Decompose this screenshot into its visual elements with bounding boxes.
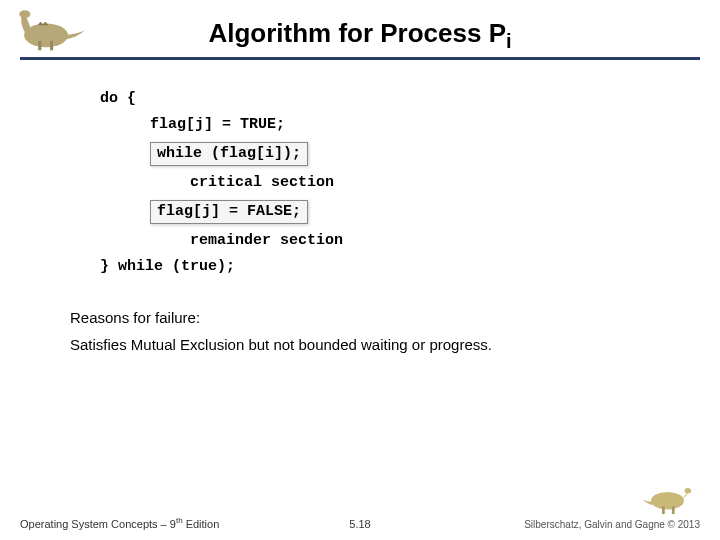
title-subscript: i [506,30,512,52]
footer-copyright: Silberschatz, Galvin and Gagne © 2013 [524,519,700,530]
slide-header: Algorithm for Process Pi [20,0,700,60]
code-line-do: do { [100,90,660,108]
code-line-remainder: remainder section [100,232,660,250]
footer-page-number: 5.18 [349,518,370,530]
svg-point-0 [24,24,68,48]
svg-point-4 [651,492,684,510]
code-line-flag-true: flag[j] = TRUE; [100,116,660,134]
footer-edition-sup: th [176,516,183,525]
code-box-false: flag[j] = FALSE; [150,200,308,224]
svg-rect-6 [662,506,665,514]
svg-point-1 [19,10,30,18]
code-line-critical: critical section [100,174,660,192]
title-text: Algorithm for Process P [208,18,506,48]
footer-book: Operating System Concepts – 9 [20,518,176,530]
svg-rect-3 [50,41,53,50]
svg-rect-2 [38,41,41,50]
reasons-section: Reasons for failure: Satisfies Mutual Ex… [0,284,720,358]
code-line-while-true: } while (true); [100,258,660,276]
reasons-body: Satisfies Mutual Exclusion but not bound… [70,331,660,358]
svg-point-5 [685,488,692,494]
footer-left: Operating System Concepts – 9th Edition [20,516,219,530]
reasons-heading: Reasons for failure: [70,304,660,331]
code-box-while: while (flag[i]); [150,142,308,166]
slide-title: Algorithm for Process Pi [20,0,700,53]
svg-rect-7 [672,506,675,514]
dinosaur-right-icon [640,478,695,518]
footer-edition: Edition [183,518,220,530]
code-line-while-flag: while (flag[i]); [100,142,660,166]
code-block: do { flag[j] = TRUE; while (flag[i]); cr… [0,60,720,276]
code-line-flag-false: flag[j] = FALSE; [100,200,660,224]
dinosaur-left-icon [10,0,90,55]
